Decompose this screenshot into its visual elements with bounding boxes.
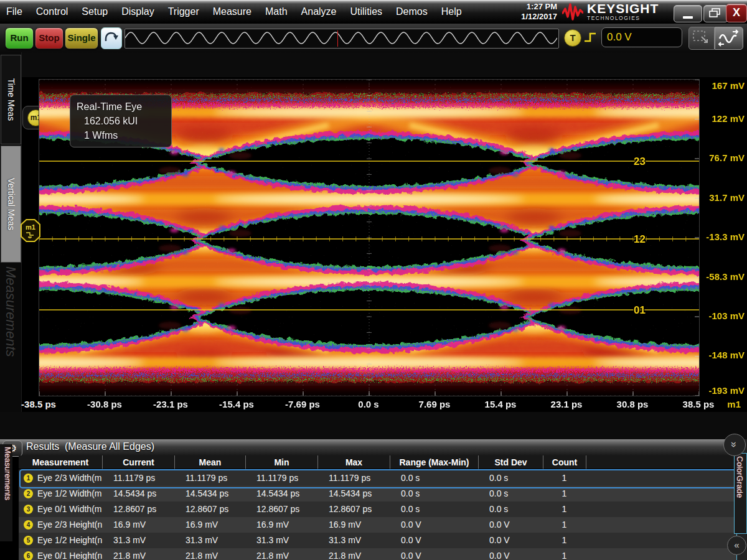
cell-max: 31.3 mV <box>329 533 390 548</box>
measurement-number-badge: 5 <box>24 536 33 545</box>
y-axis-label: -148 mV <box>702 350 745 360</box>
cell-label: Eye 0/1 Height(n <box>37 548 110 560</box>
cell-current: 21.8 mV <box>113 548 174 560</box>
cell-std: 0.0 s <box>489 470 543 486</box>
table-row[interactable]: 1Eye 2/3 Width(m11.1179 ps11.1179 ps11.1… <box>19 470 736 486</box>
run-button[interactable]: Run <box>5 27 34 49</box>
x-axis-label: -30.8 ps <box>78 399 131 409</box>
tab-vertical-meas[interactable]: Vertical Meas <box>1 146 21 263</box>
brand-sub: TECHNOLOGIES <box>587 15 659 21</box>
cell-std: 0.0 s <box>489 502 543 517</box>
menu-demos[interactable]: Demos <box>396 6 428 17</box>
tab-time-meas[interactable]: Time Meas <box>1 55 21 144</box>
column-header[interactable]: Min <box>245 455 317 469</box>
rising-edge-icon <box>584 31 599 44</box>
column-header[interactable]: Std Dev <box>478 455 543 469</box>
column-header[interactable]: Range (Max-Min) <box>390 455 478 469</box>
cell-max: 21.8 mV <box>329 548 390 560</box>
cell-label: Eye 2/3 Height(n <box>37 517 110 533</box>
table-row[interactable]: 6Eye 0/1 Height(n21.8 mV21.8 mV21.8 mV21… <box>19 548 736 560</box>
measurement-number-badge: 1 <box>24 474 33 483</box>
menu-analyze[interactable]: Analyze <box>301 6 337 17</box>
x-axis-label: 23.1 ps <box>540 399 593 409</box>
menu-utilities[interactable]: Utilities <box>350 6 382 17</box>
minimize-button[interactable] <box>674 5 702 22</box>
cell-label: Eye 1/2 Height(n <box>37 533 110 548</box>
y-axis-label: -103 mV <box>702 310 745 321</box>
y-axis-label: -193 mV <box>702 385 745 396</box>
menu-math[interactable]: Math <box>265 6 288 17</box>
table-row[interactable]: 2Eye 1/2 Width(m14.5434 ps14.5434 ps14.5… <box>19 486 736 502</box>
title-bar: FileControlSetupDisplayTriggerMeasureMat… <box>0 0 747 24</box>
tooltip-title: Real-Time Eye <box>77 100 165 114</box>
collapse-down-button[interactable]: » <box>723 434 746 456</box>
cell-max: 16.9 mV <box>329 517 390 533</box>
x-axis-label: 30.8 ps <box>606 399 659 409</box>
table-row[interactable]: 5Eye 1/2 Height(n31.3 mV31.3 mV31.3 mV31… <box>19 533 736 548</box>
clock: 1:27 PM 1/12/2017 <box>492 2 557 22</box>
results-title: Results <box>26 441 59 452</box>
eye-level-label: 01 <box>634 304 646 316</box>
cell-range: 0.0 s <box>401 486 478 502</box>
menu-help[interactable]: Help <box>441 6 462 17</box>
cell-count: 1 <box>543 548 586 560</box>
cell-label: Eye 1/2 Width(m <box>37 486 110 502</box>
touch-mode-button[interactable] <box>101 27 122 49</box>
cell-min: 21.8 mV <box>256 548 317 560</box>
menu-measure[interactable]: Measure <box>213 6 251 17</box>
column-header[interactable]: Count <box>543 455 586 469</box>
y-axis-label: -58.3 mV <box>702 271 745 282</box>
minimize-icon <box>683 16 693 19</box>
cell-mean: 12.8607 ps <box>186 502 245 517</box>
single-button[interactable]: Single <box>65 27 98 49</box>
waveform-pan-button[interactable] <box>715 27 743 50</box>
cell-min: 31.3 mV <box>256 533 317 548</box>
cell-label: Eye 2/3 Width(m <box>37 470 110 486</box>
y-axis-label: -13.3 mV <box>702 231 745 242</box>
waveform-preview-strip <box>125 29 559 49</box>
table-row[interactable]: 4Eye 2/3 Height(n16.9 mV16.9 mV16.9 mV16… <box>19 517 736 533</box>
cell-count: 1 <box>543 502 586 517</box>
stop-button[interactable]: Stop <box>35 27 63 49</box>
cell-max: 12.8607 ps <box>329 502 390 517</box>
column-header[interactable]: Mean <box>174 455 245 469</box>
measurement-number-badge: 6 <box>24 551 33 560</box>
oscilloscope-app: { "titlebar": { "menu": ["File","Control… <box>0 0 747 560</box>
column-header[interactable]: Max <box>317 455 390 469</box>
trigger-badge[interactable]: T <box>564 29 581 47</box>
colorgrade-tab[interactable]: ColorGrade <box>734 453 747 534</box>
column-header[interactable]: Current <box>102 455 174 469</box>
measurements-ghost-label: Measurements <box>0 266 19 402</box>
cell-mean: 16.9 mV <box>186 517 245 533</box>
table-row[interactable]: 3Eye 0/1 Width(m12.8607 ps12.8607 ps12.8… <box>19 502 736 517</box>
menu-file[interactable]: File <box>6 6 22 17</box>
horizontal-scale-bar: » 2.00 UI 0.0 UI <box>0 412 747 439</box>
menu-control[interactable]: Control <box>36 6 68 17</box>
collapse-left-button[interactable]: « <box>727 536 746 555</box>
y-axis-label: 76.7 mV <box>702 152 745 163</box>
eye-level-label: 12 <box>634 233 646 245</box>
measurements-panel-tab[interactable]: Measurements <box>0 444 12 541</box>
column-header-filler <box>586 455 736 469</box>
cell-std: 0.0 V <box>489 533 543 548</box>
cell-min: 12.8607 ps <box>256 502 317 517</box>
cell-min: 16.9 mV <box>256 517 317 533</box>
column-header[interactable]: Measurement <box>19 455 102 469</box>
close-button[interactable]: X <box>726 4 747 22</box>
curved-arrow-icon <box>101 28 120 47</box>
menu-trigger[interactable]: Trigger <box>168 6 199 17</box>
trigger-level-field[interactable]: 0.0 V <box>601 27 682 47</box>
run-toolbar: Run Stop Single T 0.0 V <box>0 24 747 53</box>
menu-setup[interactable]: Setup <box>82 6 108 17</box>
menu-bar: FileControlSetupDisplayTriggerMeasureMat… <box>6 6 462 17</box>
x-axis-label: -7.69 ps <box>276 399 329 409</box>
zoom-select-button[interactable] <box>688 27 715 50</box>
restore-button[interactable] <box>703 5 728 22</box>
keysight-spark-icon <box>562 3 583 21</box>
cell-range: 0.0 V <box>401 548 478 560</box>
m1-channel-marker[interactable]: m1 <box>21 219 40 242</box>
restore-icon <box>704 6 726 21</box>
cell-max: 14.5434 ps <box>329 486 390 502</box>
keysight-logo: KEYSIGHT TECHNOLOGIES <box>562 2 659 21</box>
menu-display[interactable]: Display <box>121 6 154 17</box>
